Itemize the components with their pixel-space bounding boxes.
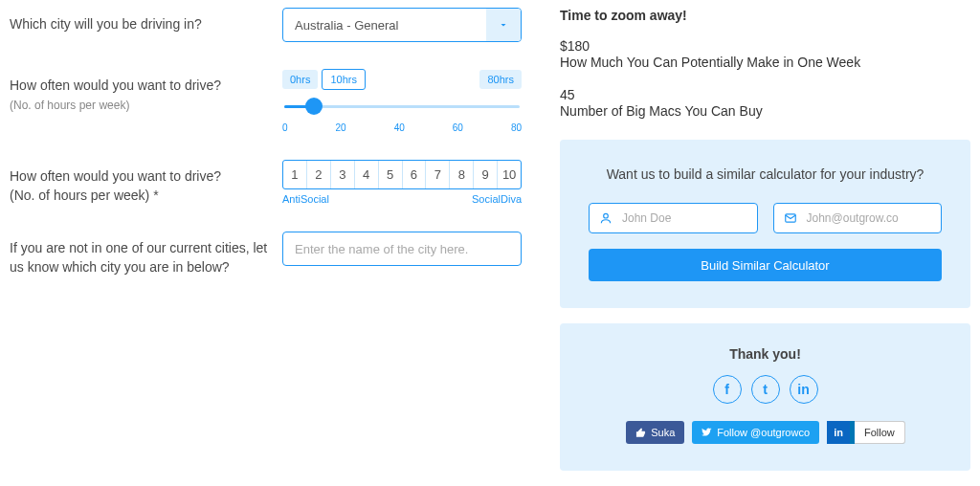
cta-card: Want us to build a similar calculator fo… [560,140,970,308]
slider-ticks: 0 20 40 60 80 [282,122,522,133]
metric-desc: How Much You Can Potentially Make in One… [560,55,970,70]
rating-cell[interactable]: 6 [403,161,427,188]
hours-rating: 1 2 3 4 5 6 7 8 9 10 [282,160,522,189]
like-label: Suka [651,427,675,438]
rating-cell[interactable]: 3 [331,161,355,188]
rating-cell[interactable]: 2 [307,161,331,188]
rating-cell[interactable]: 7 [426,161,450,188]
name-field[interactable]: John Doe [589,203,758,233]
metric-value: $180 [560,38,970,54]
rating-cell[interactable]: 1 [283,161,307,188]
slider-value-chip: 10hrs [322,69,366,90]
thumbs-up-icon [635,428,646,438]
linkedin-icon[interactable]: in [790,375,818,404]
twitter-icon[interactable]: t [751,375,780,404]
email-field[interactable]: John@outgrow.co [773,203,943,233]
hours-slider[interactable] [284,99,520,113]
slider-min-chip: 0hrs [282,70,318,89]
thanks-title: Thank you! [589,346,942,362]
cta-prompt: Want us to build a similar calculator fo… [589,166,942,182]
rating-cell[interactable]: 8 [450,161,474,188]
build-calculator-button[interactable]: Build Similar Calculator [589,249,942,281]
metric-value: 45 [560,87,970,102]
follow-label: Follow @outgrowco [717,427,810,438]
twitter-bird-icon [702,428,712,438]
email-placeholder: John@outgrow.co [807,211,899,225]
question-city-label: Which city will you be driving in? [10,15,268,34]
facebook-like-button[interactable]: Suka [626,421,684,444]
rating-cell[interactable]: 4 [355,161,379,188]
question-other-city-label: If you are not in one of our current cit… [10,239,268,276]
thanks-card: Thank you! f t in Suka Follow @outgrowco… [560,323,970,471]
metric-desc: Number of Big Macs You Can Buy [560,103,970,119]
question-rating-label: How often would you want to drive? [10,167,268,187]
rating-high: SocialDiva [472,193,522,205]
twitter-follow-button[interactable]: Follow @outgrowco [692,421,819,444]
question-hours-label: How often would you want to drive? [10,77,268,96]
city-select[interactable]: Australia - General [282,8,522,42]
rating-low: AntiSocial [282,193,329,205]
svg-point-0 [604,213,609,218]
facebook-icon[interactable]: f [713,375,742,404]
mail-icon [784,211,797,225]
slider-thumb[interactable] [305,98,323,115]
linkedin-badge-icon: in [827,421,850,444]
user-icon [599,211,612,225]
chevron-down-icon [486,9,521,41]
city-select-value: Australia - General [295,18,398,33]
question-rating-sub: (No. of hours per week) * [10,187,268,206]
results-headline: Time to zoom away! [560,8,970,23]
linkedin-follow-button[interactable]: in Follow [827,421,904,444]
slider-max-chip: 80hrs [479,70,522,89]
rating-cell[interactable]: 5 [379,161,403,188]
rating-cell[interactable]: 9 [474,161,498,188]
linkedin-follow-label: Follow [855,421,905,444]
question-hours-sub: (No. of hours per week) [10,99,268,112]
rating-cell[interactable]: 10 [498,161,521,188]
name-placeholder: John Doe [622,211,671,225]
other-city-input[interactable] [282,232,522,266]
